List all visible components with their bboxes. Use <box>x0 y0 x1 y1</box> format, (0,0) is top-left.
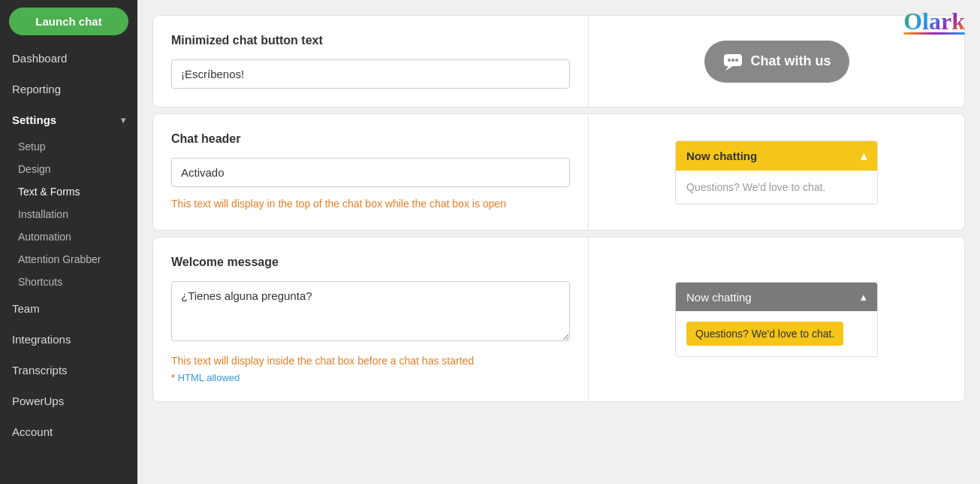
html-allowed-label: * HTML allowed <box>171 372 570 383</box>
sidebar-item-installation[interactable]: Installation <box>0 203 137 225</box>
card-left-minimized: Minimized chat button text <box>153 16 589 107</box>
sidebar-item-dashboard[interactable]: Dashboard <box>0 43 137 74</box>
sidebar-item-attention-grabber[interactable]: Attention Grabber <box>0 248 137 271</box>
card-title-welcome: Welcome message <box>171 256 570 269</box>
welcome-message-textarea[interactable]: ¿Tienes alguna pregunta? <box>171 281 570 341</box>
card-title-minimized: Minimized chat button text <box>171 34 570 47</box>
launch-chat-button[interactable]: Launch chat <box>9 8 128 35</box>
svg-marker-1 <box>725 66 733 71</box>
welcome-preview-box: Now chatting ▴ Questions? We'd love to c… <box>675 282 878 357</box>
welcome-preview-header: Now chatting ▴ <box>676 283 877 311</box>
sidebar-item-design[interactable]: Design <box>0 158 137 180</box>
chat-bubble-icon <box>722 51 743 72</box>
chat-preview-chevron-up: ▴ <box>861 149 867 163</box>
sidebar-item-text-forms[interactable]: Text & Forms <box>0 180 137 203</box>
chat-preview-header-yellow: Now chatting ▴ <box>676 141 877 171</box>
sidebar-item-automation[interactable]: Automation <box>0 225 137 248</box>
welcome-preview-header-text: Now chatting <box>686 291 752 304</box>
sidebar-item-shortcuts[interactable]: Shortcuts <box>0 271 137 293</box>
chat-header-preview: Now chatting ▴ Questions? We'd love to c… <box>675 141 878 204</box>
sidebar: Launch chat Dashboard Reporting Settings… <box>0 0 137 484</box>
sidebar-item-powerups[interactable]: PowerUps <box>0 386 137 416</box>
sidebar-item-reporting[interactable]: Reporting <box>0 74 137 104</box>
chat-button-label: Chat with us <box>751 53 831 69</box>
sidebar-item-transcripts[interactable]: Transcripts <box>0 355 137 386</box>
welcome-message-card: Welcome message ¿Tienes alguna pregunta?… <box>152 237 965 402</box>
card-left-welcome: Welcome message ¿Tienes alguna pregunta?… <box>153 237 589 401</box>
olark-logo: Olark <box>903 8 965 35</box>
svg-point-2 <box>728 59 731 62</box>
welcome-preview-msg-bubble: Questions? We'd love to chat. <box>686 322 843 346</box>
sidebar-item-settings[interactable]: Settings ▾ <box>0 104 137 135</box>
sidebar-item-team[interactable]: Team <box>0 293 137 324</box>
sidebar-item-account[interactable]: Account <box>0 416 137 447</box>
chat-header-hint: This text will display in the top of the… <box>171 196 570 212</box>
chat-preview-header-text: Now chatting <box>686 150 757 162</box>
welcome-message-hint: This text will display inside the chat b… <box>171 353 570 369</box>
welcome-preview-chevron: ▴ <box>861 290 867 304</box>
card-title-chat-header: Chat header <box>171 132 570 146</box>
card-left-chat-header: Chat header This text will display in th… <box>153 114 589 230</box>
star-icon: * <box>171 372 175 383</box>
main-content: Olark Minimized chat button text Chat wi… <box>137 0 980 484</box>
sidebar-nav: Dashboard Reporting Settings ▾ Setup Des… <box>0 43 137 484</box>
card-right-chat-header: Now chatting ▴ Questions? We'd love to c… <box>589 114 964 230</box>
svg-point-3 <box>731 59 734 62</box>
minimized-chat-button-input[interactable] <box>171 59 570 89</box>
sidebar-item-setup[interactable]: Setup <box>0 135 137 158</box>
welcome-preview-body: Questions? We'd love to chat. <box>676 311 877 356</box>
chat-header-input[interactable] <box>171 158 570 187</box>
settings-chevron-icon: ▾ <box>121 115 125 126</box>
logo-area: Olark <box>903 8 965 35</box>
chat-header-card: Chat header This text will display in th… <box>152 113 965 231</box>
chat-button-preview: Chat with us <box>704 41 849 83</box>
card-right-welcome: Now chatting ▴ Questions? We'd love to c… <box>589 237 964 401</box>
chat-preview-body: Questions? We'd love to chat. <box>676 171 877 204</box>
svg-point-4 <box>735 59 738 62</box>
minimized-chat-button-card: Minimized chat button text Chat with us <box>152 15 965 107</box>
sidebar-item-integrations[interactable]: Integrations <box>0 324 137 355</box>
html-allowed-text: HTML allowed <box>178 372 240 383</box>
